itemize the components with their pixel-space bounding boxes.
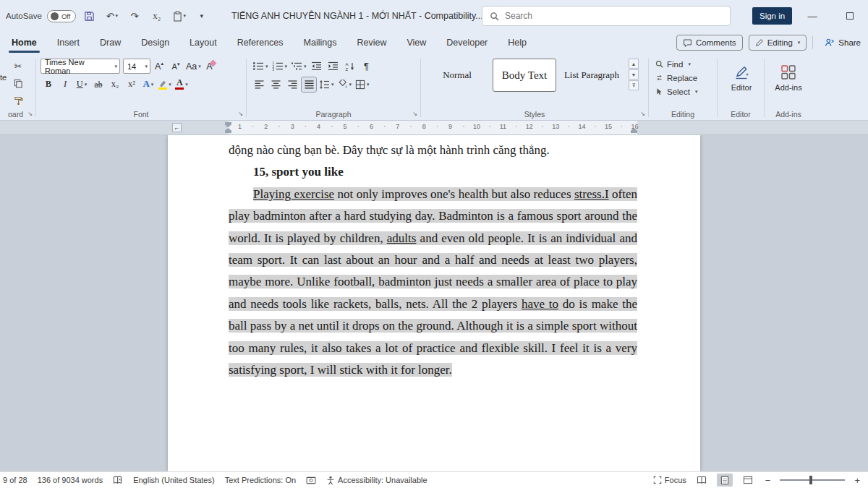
- line-spacing-button[interactable]: ▾: [318, 77, 336, 93]
- horizontal-ruler[interactable]: ·1·2·3·4·5·6·7·8·9·10·11·12·13·14·15·16 …: [0, 121, 868, 135]
- change-case-button[interactable]: Aa▾: [184, 59, 203, 74]
- editing-mode-dropdown[interactable]: Editing ▾: [749, 35, 807, 51]
- show-formatting-marks-button[interactable]: ¶: [359, 59, 375, 74]
- numbering-button[interactable]: 123 ▾: [271, 59, 289, 74]
- styles-dialog-launcher[interactable]: ↘: [639, 110, 647, 118]
- align-right-button[interactable]: [284, 77, 300, 93]
- copy-button[interactable]: [10, 75, 26, 91]
- font-color-button[interactable]: A ▾: [174, 77, 190, 93]
- italic-button[interactable]: I: [57, 77, 73, 93]
- tab-developer[interactable]: Developer: [445, 33, 489, 53]
- autosave-toggle[interactable]: Off: [47, 10, 76, 22]
- grow-font-button[interactable]: A▴: [151, 59, 167, 74]
- paste-options-button[interactable]: ▾: [171, 7, 188, 25]
- styles-scroll-down-button[interactable]: ▼: [629, 69, 639, 80]
- subscript-quick-button[interactable]: x₂: [148, 7, 166, 25]
- editor-button[interactable]: Editor: [722, 57, 761, 99]
- tab-layout[interactable]: Layout: [188, 33, 218, 53]
- styles-gallery-expand-button[interactable]: ⊽: [629, 80, 639, 90]
- selected-paragraph[interactable]: Playing exercise not only improves one's…: [229, 184, 637, 382]
- addins-button[interactable]: Add-ins: [769, 57, 808, 99]
- tab-stop-selector[interactable]: ⌐: [172, 123, 182, 132]
- highlight-color-button[interactable]: ▾: [157, 77, 173, 93]
- select-button[interactable]: Select ▾: [653, 85, 712, 98]
- bold-button[interactable]: B: [41, 77, 56, 93]
- share-button[interactable]: Share: [819, 35, 862, 50]
- font-size-combo[interactable]: 14 ▾: [123, 59, 150, 74]
- web-layout-button[interactable]: [740, 474, 756, 487]
- comments-button[interactable]: Comments: [676, 35, 743, 51]
- accessibility-status[interactable]: Accessibility: Unavailable: [326, 476, 427, 485]
- tab-draw[interactable]: Draw: [98, 33, 122, 53]
- decrease-indent-button[interactable]: [309, 59, 325, 74]
- style-normal[interactable]: Normal: [425, 59, 489, 92]
- shading-button[interactable]: ▾: [336, 77, 354, 93]
- tab-review[interactable]: Review: [355, 33, 388, 53]
- zoom-in-button[interactable]: +: [852, 475, 862, 486]
- find-button[interactable]: Find ▾: [653, 57, 712, 71]
- underline-button[interactable]: U▾: [74, 77, 90, 93]
- clipboard-dialog-launcher[interactable]: ↘: [26, 110, 34, 118]
- sign-in-button[interactable]: Sign in: [752, 7, 792, 25]
- tab-view[interactable]: View: [405, 33, 427, 53]
- paragraph-dialog-launcher[interactable]: ↘: [411, 110, 419, 118]
- zoom-slider[interactable]: [780, 479, 845, 481]
- clear-formatting-button[interactable]: A: [203, 59, 219, 74]
- undo-button[interactable]: ↶▾: [103, 7, 121, 25]
- tab-home[interactable]: Home: [10, 33, 38, 53]
- maximize-button[interactable]: [835, 0, 865, 32]
- minimize-button[interactable]: —: [797, 0, 827, 32]
- proofing-errors-button[interactable]: [113, 476, 123, 484]
- read-mode-button[interactable]: [694, 474, 710, 487]
- text-effects-button[interactable]: A▾: [140, 77, 156, 93]
- text-predictions-status[interactable]: Text Predictions: On: [225, 476, 296, 484]
- cut-button[interactable]: ✂: [10, 58, 26, 74]
- sort-button[interactable]: AZ: [342, 59, 358, 74]
- tab-references[interactable]: References: [236, 33, 285, 53]
- increase-indent-button[interactable]: [326, 59, 341, 74]
- strikethrough-button[interactable]: ab: [90, 77, 106, 93]
- tab-mailings[interactable]: Mailings: [302, 33, 339, 53]
- font-dialog-launcher[interactable]: ↘: [237, 110, 244, 118]
- tab-insert[interactable]: Insert: [56, 33, 81, 53]
- focus-button[interactable]: Focus: [653, 476, 686, 484]
- document-title[interactable]: TIẾNG ANH CHUYÊN NGÀNH 1 - MỚI NHẤT - Co…: [231, 11, 491, 21]
- macro-recording-icon[interactable]: [306, 476, 316, 484]
- style-list-paragraph[interactable]: List Paragraph: [560, 59, 624, 92]
- shrink-font-button[interactable]: A▾: [168, 59, 184, 74]
- focus-label: Focus: [665, 476, 686, 484]
- styles-scroll-up-button[interactable]: ▲: [629, 59, 639, 69]
- superscript-button[interactable]: x²: [124, 77, 140, 93]
- page-text: động nào cùng bạn bè. Đây thực sự là một…: [168, 135, 700, 381]
- search-box[interactable]: [482, 6, 731, 26]
- format-painter-button[interactable]: [10, 93, 26, 108]
- print-layout-button[interactable]: [717, 474, 733, 487]
- page-indicator[interactable]: 9 of 28: [3, 476, 27, 484]
- style-body-text[interactable]: Body Text: [493, 59, 556, 92]
- language-status[interactable]: English (United States): [133, 476, 215, 484]
- align-left-button[interactable]: [251, 77, 267, 93]
- align-center-button[interactable]: [268, 77, 284, 93]
- replace-button[interactable]: Replace: [653, 71, 712, 85]
- font-name-value: Times New Roman: [45, 58, 110, 75]
- chevron-down-icon: ▾: [151, 82, 154, 87]
- tab-help[interactable]: Help: [506, 33, 528, 53]
- multilevel-list-button[interactable]: ▾: [289, 59, 308, 74]
- subscript-button[interactable]: x₂: [107, 77, 123, 93]
- zoom-slider-thumb[interactable]: [809, 476, 812, 484]
- borders-button[interactable]: ▾: [354, 77, 371, 93]
- redo-button[interactable]: ↷: [126, 7, 143, 25]
- font-name-combo[interactable]: Times New Roman ▾: [41, 59, 120, 74]
- change-case-letters: Aa: [186, 61, 197, 72]
- paste-button[interactable]: te: [0, 57, 10, 108]
- ruler-dot: ·: [305, 122, 307, 130]
- justify-button[interactable]: [301, 77, 317, 93]
- tab-design[interactable]: Design: [140, 33, 171, 53]
- document-page[interactable]: động nào cùng bạn bè. Đây thực sự là một…: [168, 135, 700, 471]
- word-count[interactable]: 136 of 9034 words: [38, 476, 103, 484]
- bullets-button[interactable]: ▾: [251, 59, 270, 74]
- save-button[interactable]: [81, 7, 98, 25]
- quick-access-overflow-button[interactable]: ▾: [193, 7, 210, 25]
- zoom-out-button[interactable]: −: [763, 475, 773, 486]
- search-input[interactable]: [505, 11, 723, 21]
